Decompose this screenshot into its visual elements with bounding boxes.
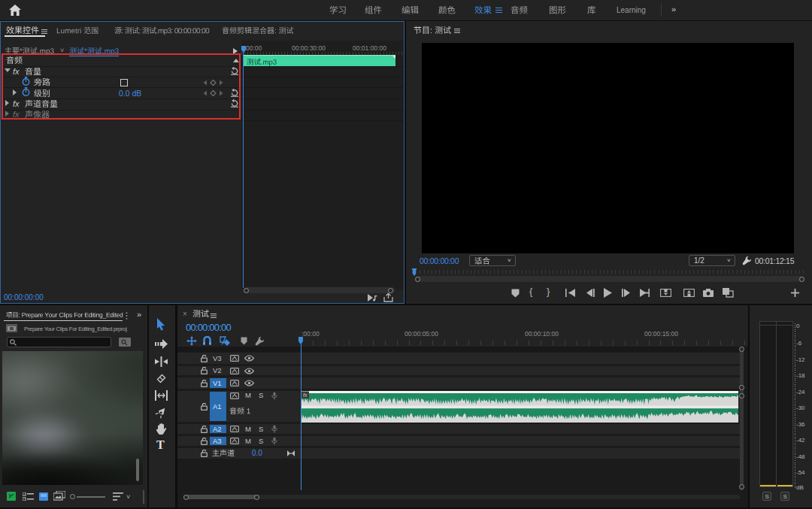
svg-text:fx: fx xyxy=(303,392,308,398)
